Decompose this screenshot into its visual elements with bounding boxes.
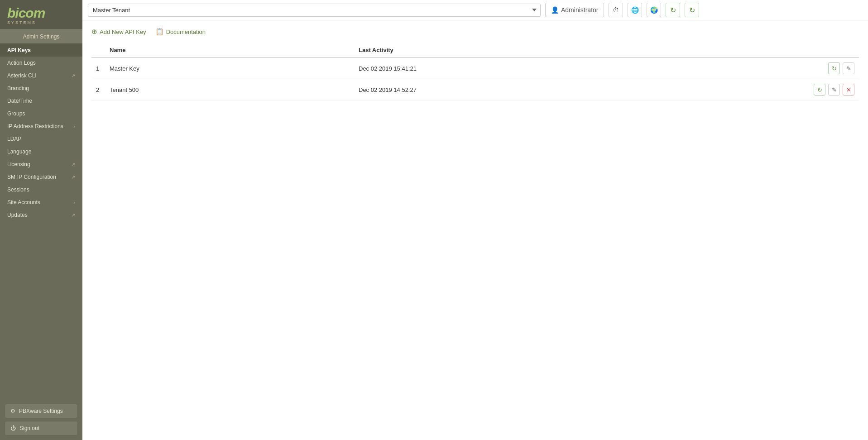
sidebar-item-smtp-configuration[interactable]: SMTP Configuration↗	[0, 171, 82, 183]
table-header-row: Name Last Activity	[91, 43, 859, 57]
sidebar-item-action-logs[interactable]: Action Logs	[0, 57, 82, 69]
gear-icon: ⚙	[10, 408, 15, 414]
chevron-right-icon: ›	[73, 124, 75, 129]
external-link-icon: ↗	[71, 73, 75, 79]
col-header-activity: Last Activity	[354, 43, 467, 57]
row-actions-group-1: ↻✎✕	[472, 84, 854, 96]
logo-subtext: SYSTEMS	[7, 20, 75, 25]
sidebar-item-label-updates: Updates	[7, 212, 71, 218]
tenant-select[interactable]: Master Tenant	[88, 4, 541, 17]
col-header-num	[91, 43, 105, 57]
documentation-link[interactable]: 📋 Documentation	[155, 28, 206, 36]
row-activity-1: Dec 02 2019 14:52:27	[354, 79, 467, 100]
sidebar-item-label-ldap: LDAP	[7, 136, 75, 142]
pbxware-settings-button[interactable]: ⚙ PBXware Settings	[5, 404, 78, 418]
content-area: ⊕ Add New API Key 📋 Documentation Name L…	[82, 20, 868, 440]
row-num-0: 1	[91, 57, 105, 79]
refresh-button-row-1[interactable]: ↻	[814, 84, 825, 96]
globe-icon-button[interactable]: 🌍	[647, 3, 661, 17]
sidebar-item-label-asterisk-cli: Asterisk CLI	[7, 72, 71, 79]
row-activity-0: Dec 02 2019 15:41:21	[354, 57, 467, 79]
table-row: 2Tenant 500Dec 02 2019 14:52:27↻✎✕	[91, 79, 859, 100]
action-bar: ⊕ Add New API Key 📋 Documentation	[91, 28, 859, 36]
sidebar-item-label-api-keys: API Keys	[7, 47, 75, 53]
sidebar-item-date-time[interactable]: Date/Time	[0, 95, 82, 107]
clock-icon: ⏱	[613, 6, 619, 14]
table-row: 1Master KeyDec 02 2019 15:41:21↻✎	[91, 57, 859, 79]
doc-icon: 📋	[155, 28, 164, 36]
sidebar-footer: ⚙ PBXware Settings ⏻ Sign out	[0, 399, 82, 440]
edit-button-row-0[interactable]: ✎	[843, 62, 854, 74]
edit-button-row-1[interactable]: ✎	[828, 84, 840, 96]
refresh-green1-icon: ↻	[670, 6, 676, 14]
add-api-key-link[interactable]: ⊕ Add New API Key	[91, 28, 146, 36]
sidebar-item-api-keys[interactable]: API Keys	[0, 44, 82, 57]
sidebar: bicom SYSTEMS Admin Settings API KeysAct…	[0, 0, 82, 440]
sidebar-item-site-accounts[interactable]: Site Accounts›	[0, 196, 82, 209]
sidebar-item-label-language: Language	[7, 148, 75, 155]
chevron-right-icon: ›	[73, 200, 75, 205]
col-header-actions	[467, 43, 859, 57]
row-actions-0: ↻✎	[467, 57, 859, 79]
sidebar-item-language[interactable]: Language	[0, 145, 82, 158]
signout-icon: ⏻	[10, 425, 16, 431]
logo-area: bicom SYSTEMS	[0, 0, 82, 29]
refresh-button-row-0[interactable]: ↻	[828, 62, 840, 74]
clock-icon-button[interactable]: ⏱	[609, 3, 623, 17]
user-icon: 👤	[551, 6, 559, 14]
external-link-icon: ↗	[71, 162, 75, 167]
sign-out-button[interactable]: ⏻ Sign out	[5, 421, 78, 435]
col-header-name: Name	[105, 43, 354, 57]
sidebar-item-label-action-logs: Action Logs	[7, 60, 75, 66]
delete-button-row-1[interactable]: ✕	[843, 84, 854, 96]
sidebar-item-branding[interactable]: Branding	[0, 82, 82, 95]
sidebar-item-licensing[interactable]: Licensing↗	[0, 158, 82, 171]
sidebar-item-label-site-accounts: Site Accounts	[7, 199, 73, 206]
external-link-icon: ↗	[71, 212, 75, 218]
refresh-green2-icon: ↻	[689, 6, 695, 14]
sidebar-item-label-groups: Groups	[7, 110, 75, 117]
globe-add-icon: 🌐	[631, 6, 639, 14]
row-name-0: Master Key	[105, 57, 354, 79]
external-link-icon: ↗	[71, 174, 75, 180]
admin-settings-header: Admin Settings	[0, 29, 82, 44]
table-body: 1Master KeyDec 02 2019 15:41:21↻✎2Tenant…	[91, 57, 859, 100]
refresh-green1-button[interactable]: ↻	[666, 3, 680, 17]
sidebar-item-label-date-time: Date/Time	[7, 98, 75, 104]
sidebar-item-asterisk-cli[interactable]: Asterisk CLI↗	[0, 69, 82, 82]
topbar: Master Tenant 👤 Administrator ⏱ 🌐 🌍 ↻ ↻	[82, 0, 868, 20]
sidebar-item-label-smtp-configuration: SMTP Configuration	[7, 174, 71, 180]
admin-user-button[interactable]: 👤 Administrator	[545, 3, 604, 17]
sidebar-item-label-ip-address-restrictions: IP Address Restrictions	[7, 123, 73, 129]
row-name-1: Tenant 500	[105, 79, 354, 100]
refresh-green2-button[interactable]: ↻	[685, 3, 699, 17]
sidebar-item-ldap[interactable]: LDAP	[0, 133, 82, 145]
row-actions-group-0: ↻✎	[472, 62, 854, 74]
sidebar-item-label-licensing: Licensing	[7, 161, 71, 167]
row-num-1: 2	[91, 79, 105, 100]
sidebar-item-groups[interactable]: Groups	[0, 107, 82, 120]
api-keys-table: Name Last Activity 1Master KeyDec 02 201…	[91, 43, 859, 100]
main: Master Tenant 👤 Administrator ⏱ 🌐 🌍 ↻ ↻ …	[82, 0, 868, 440]
logo: bicom	[7, 6, 75, 20]
sidebar-item-label-sessions: Sessions	[7, 187, 75, 193]
sidebar-item-label-branding: Branding	[7, 85, 75, 91]
sidebar-item-sessions[interactable]: Sessions	[0, 183, 82, 196]
sidebar-item-ip-address-restrictions[interactable]: IP Address Restrictions›	[0, 120, 82, 133]
plus-circle-icon: ⊕	[91, 28, 97, 36]
globe-add-icon-button[interactable]: 🌐	[628, 3, 642, 17]
row-actions-1: ↻✎✕	[467, 79, 859, 100]
sidebar-item-updates[interactable]: Updates↗	[0, 209, 82, 221]
globe-icon: 🌍	[650, 6, 658, 14]
nav-menu: API KeysAction LogsAsterisk CLI↗Branding…	[0, 44, 82, 399]
